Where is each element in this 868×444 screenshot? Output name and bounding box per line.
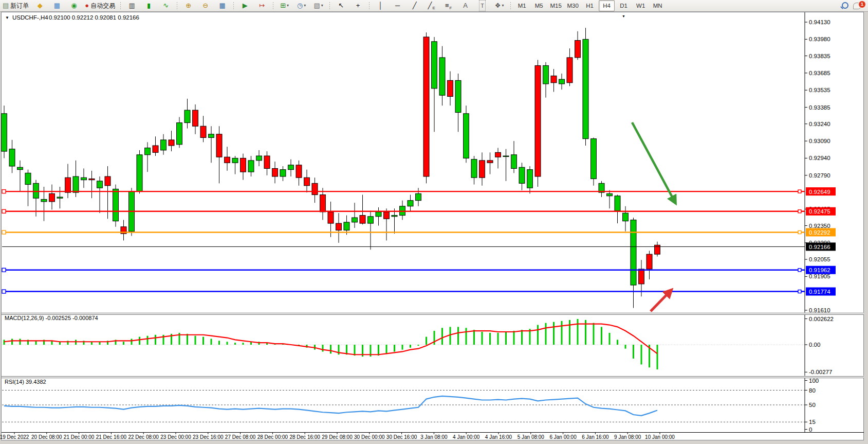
time-axis-label: 30 Dec 00:00 xyxy=(354,434,385,440)
bar-chart-button[interactable]: ▥ xyxy=(124,0,140,11)
price-axis-tick: 0.92055 xyxy=(809,256,830,262)
toolbar-separator xyxy=(175,1,179,11)
periodicity-button[interactable]: ◷▾ xyxy=(293,0,309,11)
time-axis-label: 29 Dec 08:00 xyxy=(322,434,353,440)
line-anchor-handle xyxy=(798,290,801,293)
candle xyxy=(376,212,381,217)
timeframe-button-m1[interactable]: M1 xyxy=(514,0,530,11)
auto-scroll-button[interactable]: ▶ xyxy=(237,0,253,11)
candle xyxy=(57,197,63,198)
candlestick-chart-icon: ▮ xyxy=(147,1,151,11)
channel-icon: ╱ xyxy=(428,1,432,11)
notifications-button[interactable]: 1 xyxy=(853,1,866,11)
arrows-button[interactable]: ❖▾ xyxy=(491,0,507,11)
price-axis-tick: 0.92940 xyxy=(809,155,830,161)
time-axis-label: 28 Dec 00:00 xyxy=(257,434,288,440)
candle xyxy=(479,161,485,177)
candle xyxy=(89,179,95,180)
candle xyxy=(41,199,47,201)
candle xyxy=(248,161,254,172)
new-order-button-label: 新订单 xyxy=(10,1,29,11)
candle xyxy=(105,176,110,186)
fibonacci-button[interactable]: ≡F xyxy=(440,0,456,11)
line-anchor-handle xyxy=(2,230,6,234)
timeframe-button-m5[interactable]: M5 xyxy=(531,0,547,11)
timeframe-button-mn[interactable]: MN xyxy=(650,0,666,11)
notification-badge: 1 xyxy=(858,1,866,8)
mt4-window: ▤新订单◆▦◉●自动交易▥▮∿⊕⊖▦▶↦⊞▾◷▾▧▾↖+│─╱╱E≡FAT❖▾M… xyxy=(0,0,868,444)
rsi-label: RSI(14) 39.4382 xyxy=(5,379,46,385)
candle xyxy=(519,167,525,183)
auto-trading-button-label: 自动交易 xyxy=(90,1,115,11)
candle xyxy=(511,155,517,169)
indicators-button[interactable]: ⊞▾ xyxy=(276,0,292,11)
candle xyxy=(264,156,270,168)
market-watch-button[interactable]: ▦ xyxy=(49,0,65,11)
candle xyxy=(439,58,445,95)
candle xyxy=(288,165,294,170)
time-axis-label: 22 Dec 08:00 xyxy=(128,434,159,440)
channel-button[interactable]: ╱E xyxy=(423,0,439,11)
periodicity-icon: ◷ xyxy=(297,1,303,11)
svg-text:0.92166: 0.92166 xyxy=(809,244,830,250)
zoom-in-button[interactable]: ⊕ xyxy=(180,0,196,11)
trendline-button[interactable]: ╱ xyxy=(407,0,422,11)
price-axis-tick: 0.93535 xyxy=(809,87,830,93)
auto-trading-button[interactable]: ●自动交易 xyxy=(83,0,117,11)
candle xyxy=(209,134,214,138)
chart-corner-marker-icon[interactable]: ▼ xyxy=(622,14,625,18)
search-button[interactable] xyxy=(840,1,852,11)
candle xyxy=(591,139,597,179)
price-badge: 0.92475 xyxy=(806,207,836,216)
candle xyxy=(216,134,222,157)
vertical-line-button[interactable]: │ xyxy=(373,0,389,11)
new-order-button[interactable]: ▤新订单 xyxy=(1,0,31,11)
price-axis-tick: 0.93835 xyxy=(809,53,830,59)
chart-area[interactable]: 0.941300.939800.938350.936850.935350.933… xyxy=(0,0,868,444)
tile-windows-button[interactable]: ▦ xyxy=(214,0,230,11)
cursor-icon: ↖ xyxy=(338,1,344,11)
horizontal-line-button[interactable]: ─ xyxy=(390,0,405,11)
timeframe-button-h4[interactable]: H4 xyxy=(599,0,615,11)
svg-text:0.91774: 0.91774 xyxy=(809,289,830,295)
candle xyxy=(384,212,390,219)
candle xyxy=(193,110,198,126)
candle xyxy=(336,223,342,230)
chart-shift-button[interactable]: ↦ xyxy=(254,0,270,11)
arrows-icon: ❖ xyxy=(495,1,501,11)
time-axis-label: 28 Dec 16:00 xyxy=(289,434,320,440)
timeframe-button-d1[interactable]: D1 xyxy=(616,0,632,11)
price-badge: 0.92166 xyxy=(806,242,836,251)
line-anchor-handle xyxy=(798,269,801,272)
timeframe-button-m15[interactable]: M15 xyxy=(548,0,564,11)
new-order-icon: ▤ xyxy=(3,1,9,11)
time-axis-label: 23 Dec 00:00 xyxy=(160,434,191,440)
text-button[interactable]: A xyxy=(457,0,473,11)
candle xyxy=(567,58,572,83)
cursor-button[interactable]: ↖ xyxy=(333,0,349,11)
candle xyxy=(200,126,206,137)
text-label-button[interactable]: T xyxy=(474,0,490,11)
templates-button[interactable]: ▧▾ xyxy=(310,0,326,11)
timeframe-button-m30[interactable]: M30 xyxy=(565,0,581,11)
candle xyxy=(17,167,23,169)
price-axis-tick: 0.92350 xyxy=(809,223,830,229)
signals-button[interactable]: ◉ xyxy=(66,0,82,11)
timeframe-button-h1[interactable]: H1 xyxy=(582,0,598,11)
candle xyxy=(408,201,413,206)
svg-text:0.92292: 0.92292 xyxy=(809,229,830,236)
trendline-icon: ╱ xyxy=(413,1,417,11)
timeframe-button-w1[interactable]: W1 xyxy=(633,0,649,11)
rsi-axis-tick: 100 xyxy=(809,378,819,384)
gold-chart-button[interactable]: ◆ xyxy=(32,0,48,11)
time-axis-label: 3 Jan 08:00 xyxy=(420,434,448,440)
crosshair-button[interactable]: + xyxy=(350,0,366,11)
window-menu-icon[interactable]: ▼ xyxy=(5,15,9,20)
candle xyxy=(455,80,461,112)
candle xyxy=(647,254,652,269)
candle xyxy=(448,80,453,96)
zoom-out-button[interactable]: ⊖ xyxy=(197,0,213,11)
line-chart-button[interactable]: ∿ xyxy=(158,0,174,11)
candle xyxy=(304,177,310,186)
candlestick-chart-button[interactable]: ▮ xyxy=(141,0,157,11)
